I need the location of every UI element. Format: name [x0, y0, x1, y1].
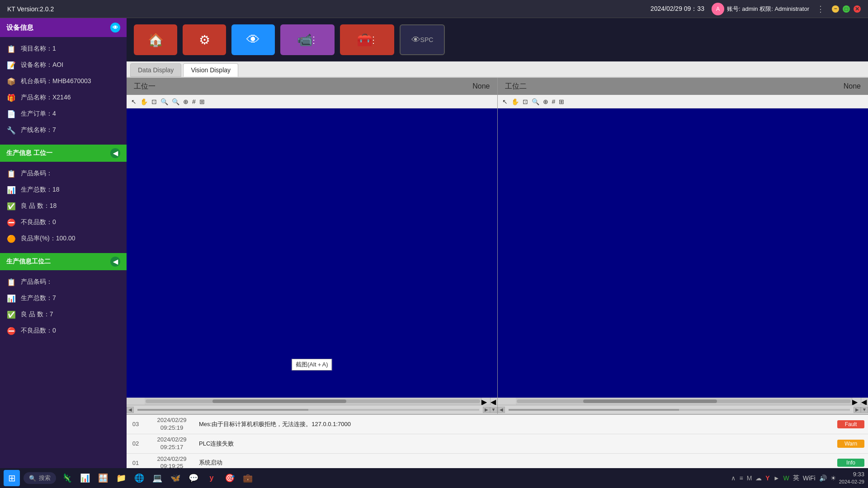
p2-zoom-in-icon[interactable]: ⊕ [542, 98, 549, 105]
panel1-hscrollbar[interactable]: ▶ ◀ [127, 398, 497, 405]
taskbar-app-pc[interactable]: 💻 [150, 471, 165, 485]
clock-date: 2024-02-29 [839, 479, 864, 485]
spc-label: SPC [420, 36, 434, 43]
log-area: 03 2024/02/29 09:25:19 Mes:由于目标计算机积极拒绝，无… [127, 414, 868, 468]
device-icon: 📝 [6, 60, 16, 70]
tray-network-icon[interactable]: ≡ [739, 474, 743, 482]
s1-product-barcode: 📋 产品条码： [0, 165, 127, 182]
vision-panels: 工位一 None ↖ ✋ ⊡ 🔍 🔍 ⊕ # ⊞ 截图(Alt＋A) [127, 78, 868, 414]
minimize-button[interactable]: － [832, 5, 839, 13]
tray-msg-icon[interactable]: W [783, 474, 789, 482]
taskbar-app-butterfly[interactable]: 🦋 [168, 471, 183, 485]
panel2-drop-btn[interactable]: ▼ [861, 407, 868, 413]
panel1-canvas: 截图(Alt＋A) [127, 108, 497, 398]
project-icon: 📋 [6, 44, 16, 54]
log-num-03: 03 [127, 421, 145, 427]
section1-collapse-button[interactable]: ◀ [110, 148, 120, 158]
taskbar-app-ppt[interactable]: 💼 [241, 471, 255, 485]
taskbar-app-excel[interactable]: 📊 [78, 471, 92, 485]
panel1-drop-btn[interactable]: ▼ [490, 407, 497, 413]
avatar: A [712, 3, 724, 15]
device-label: 设备名称：AOI [21, 61, 63, 69]
log-time-03: 2024/02/29 09:25:19 [145, 417, 199, 432]
p2-zoom-out-icon[interactable]: 🔍 [531, 98, 540, 105]
taskbar-app-files[interactable]: 🪟 [96, 471, 110, 485]
spc-button[interactable]: 👁 SPC [400, 24, 445, 55]
titlebar-left: KT Version:2.0.2 [7, 5, 54, 13]
panel1-next-btn[interactable]: ▶ [483, 407, 490, 413]
tray-locale[interactable]: 英 [793, 474, 799, 482]
tab-vision-display[interactable]: Vision Display [183, 63, 238, 77]
s2-product-barcode: 📋 产品条码： [0, 274, 127, 290]
p2-grid-icon[interactable]: # [551, 98, 557, 105]
sidebar-item-line: 🔧 产线名称：7 [0, 122, 127, 138]
cursor-tool-icon[interactable]: ↖ [130, 98, 137, 105]
taskbar-app-gecko[interactable]: 🦎 [60, 471, 74, 485]
zoom-in-icon[interactable]: 🔍 [171, 98, 180, 105]
panel1-title: 工位一 [134, 82, 156, 91]
settings-button[interactable]: ⚙ [183, 24, 226, 55]
maximize-button[interactable]: □ [843, 5, 850, 13]
video-button[interactable]: 📹 ⋮ [280, 24, 335, 55]
taskbar-app-wechat[interactable]: 💬 [186, 471, 201, 485]
s1-good-icon: ✅ [6, 201, 16, 211]
window-controls: － □ ✕ [832, 5, 861, 13]
tray-volume-icon[interactable]: 🔊 [819, 474, 827, 482]
tray-play-icon[interactable]: ► [774, 474, 780, 482]
grid-icon[interactable]: # [191, 98, 197, 105]
p2-zoom-fit-icon[interactable]: ⊡ [522, 98, 529, 105]
start-button[interactable]: ⊞ [4, 470, 20, 486]
p2-cursor-icon[interactable]: ↖ [501, 98, 509, 105]
sidebar-section1: 📋 产品条码： 📊 生产总数：18 ✅ 良 品 数：18 ⛔ 不良品数：0 🟠 … [0, 162, 127, 250]
section2-collapse-button[interactable]: ◀ [110, 257, 120, 267]
sidebar-header-title: 设备信息 [6, 23, 33, 32]
tray-y-icon[interactable]: Y [765, 474, 769, 482]
p2-grid2-icon[interactable]: ⊞ [558, 98, 565, 105]
taskbar-search-bar[interactable]: 🔍 搜索 [24, 472, 56, 484]
toolbar: 🏠 ⚙ 👁 📹 ⋮ 🧰 ⋮ 👁 SPC [127, 18, 868, 61]
tools-button[interactable]: 🧰 ⋮ [340, 24, 394, 55]
panel2-prev-btn[interactable]: ◀ [498, 407, 505, 413]
user-info: A 账号: admin 权限: Administrator [712, 3, 809, 15]
panel2-hscrollbar[interactable]: ▶ ◀ [498, 398, 868, 405]
taskbar-app-music[interactable]: 🎯 [222, 471, 237, 485]
user-label: 账号: admin 权限: Administrator [727, 5, 809, 13]
taskbar-app-edge[interactable]: 🌐 [132, 471, 146, 485]
tray-brightness-icon[interactable]: ☀ [830, 474, 836, 482]
tray-taskview-icon[interactable]: M [747, 474, 752, 482]
s2-bad-icon: ⛔ [6, 326, 16, 336]
more-options-icon[interactable]: ⋮ [816, 4, 825, 14]
close-button[interactable]: ✕ [854, 5, 861, 13]
zoom-out-icon[interactable]: 🔍 [160, 98, 169, 105]
log-msg-02: PLC连接失败 [199, 440, 837, 448]
vision-button[interactable]: 👁 [231, 24, 275, 55]
panel1-prev-btn[interactable]: ◀ [127, 407, 134, 413]
tray-wifi-icon[interactable]: WiFi [803, 474, 816, 482]
zoom-in2-icon[interactable]: ⊕ [182, 98, 189, 105]
log-row-03: 03 2024/02/29 09:25:19 Mes:由于目标计算机积极拒绝，无… [127, 415, 868, 434]
p2-pan-icon[interactable]: ✋ [510, 98, 520, 105]
log-time-01: 2024/02/29 09:19:25 [145, 455, 199, 468]
panel2-status: None [844, 82, 861, 90]
vision-panel-1: 工位一 None ↖ ✋ ⊡ 🔍 🔍 ⊕ # ⊞ 截图(Alt＋A) [127, 78, 498, 414]
tab-data-display[interactable]: Data Display [130, 63, 181, 77]
s2-barcode-label: 产品条码： [21, 278, 52, 286]
panel2-next-btn[interactable]: ▶ [854, 407, 861, 413]
tray-cloud-icon[interactable]: ☁ [755, 474, 762, 482]
tabs-bar: Data Display Vision Display [127, 61, 868, 78]
sidebar-eye-icon[interactable]: 👁 [110, 23, 120, 33]
home-button[interactable]: 🏠 [134, 24, 177, 55]
s1-good: ✅ 良 品 数：18 [0, 198, 127, 214]
barcode-icon: 📦 [6, 76, 16, 86]
taskbar-app-y[interactable]: y [204, 471, 219, 485]
taskbar-clock: 9:33 2024-02-29 [839, 470, 864, 486]
log-num-02: 02 [127, 440, 145, 447]
tray-expand-icon[interactable]: ∧ [731, 474, 736, 482]
log-tag-02: Warn [837, 440, 864, 448]
pan-tool-icon[interactable]: ✋ [139, 98, 149, 105]
product-label: 产品名称：X2146 [21, 94, 71, 102]
taskbar-app-folder[interactable]: 📁 [114, 471, 128, 485]
video-more-icon: ⋮ [309, 34, 318, 45]
zoom-fit-icon[interactable]: ⊡ [151, 98, 158, 105]
grid2-icon[interactable]: ⊞ [198, 98, 206, 105]
